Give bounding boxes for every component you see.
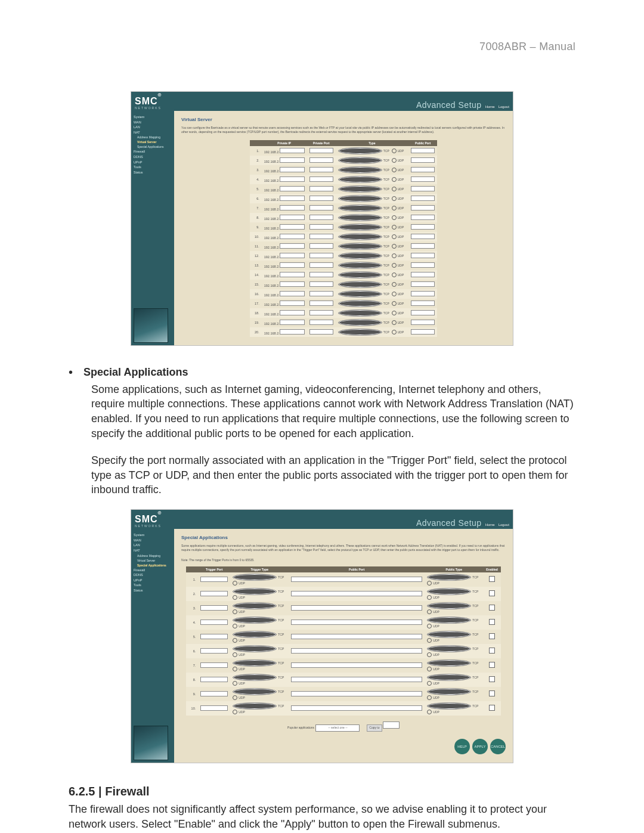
private-ip-input[interactable]: [280, 148, 305, 153]
sidebar-item[interactable]: Tools: [134, 165, 172, 169]
private-ip-input[interactable]: [280, 205, 305, 210]
sidebar-item[interactable]: Special Applications: [137, 145, 172, 148]
sidebar-item[interactable]: Special Applications: [137, 563, 172, 567]
radio-tcp[interactable]: [338, 271, 382, 278]
private-ip-input[interactable]: [280, 310, 305, 315]
copy-to-button[interactable]: Copy to: [367, 724, 382, 732]
sidebar-item[interactable]: System: [134, 115, 172, 119]
public-port-input[interactable]: [291, 605, 422, 611]
sidebar-item[interactable]: Tools: [134, 583, 172, 587]
private-port-input[interactable]: [309, 234, 333, 239]
private-ip-input[interactable]: [280, 320, 305, 325]
private-ip-input[interactable]: [280, 253, 305, 258]
public-port-input[interactable]: [291, 591, 422, 596]
sidebar-item[interactable]: NAT: [134, 131, 172, 135]
sidebar-item[interactable]: LAN: [134, 543, 172, 547]
private-port-input[interactable]: [309, 186, 333, 191]
private-ip-input[interactable]: [280, 215, 305, 220]
enabled-checkbox[interactable]: [489, 605, 495, 611]
radio-tcp[interactable]: [338, 176, 382, 183]
radio-tcp[interactable]: [427, 602, 471, 609]
radio-tcp[interactable]: [233, 631, 277, 638]
sidebar-item[interactable]: Address Mapping: [137, 135, 172, 139]
public-port-input[interactable]: [411, 148, 435, 153]
sidebar-item[interactable]: System: [134, 533, 172, 537]
radio-udp[interactable]: [233, 652, 237, 657]
public-port-input[interactable]: [411, 234, 435, 239]
radio-tcp[interactable]: [338, 214, 382, 221]
radio-tcp[interactable]: [427, 574, 471, 581]
public-port-input[interactable]: [411, 301, 435, 306]
public-port-input[interactable]: [411, 320, 435, 325]
private-port-input[interactable]: [309, 205, 333, 210]
radio-tcp[interactable]: [233, 674, 277, 681]
radio-tcp[interactable]: [233, 588, 277, 595]
public-port-input[interactable]: [291, 677, 422, 682]
trigger-port-input[interactable]: [200, 620, 228, 625]
radio-tcp[interactable]: [233, 645, 277, 652]
radio-udp[interactable]: [392, 215, 397, 220]
popular-select[interactable]: -- select one --: [315, 724, 360, 732]
private-ip-input[interactable]: [280, 243, 305, 249]
radio-udp[interactable]: [392, 234, 397, 239]
private-port-input[interactable]: [309, 253, 333, 258]
radio-tcp[interactable]: [427, 674, 471, 681]
private-ip-input[interactable]: [280, 186, 305, 191]
sidebar-item[interactable]: DDNS: [134, 155, 172, 159]
radio-udp[interactable]: [392, 330, 397, 335]
top-link-home[interactable]: Home: [485, 523, 495, 527]
public-port-input[interactable]: [411, 243, 435, 249]
sidebar-item[interactable]: LAN: [134, 125, 172, 129]
private-port-input[interactable]: [309, 176, 333, 182]
public-port-input[interactable]: [411, 167, 435, 172]
radio-udp[interactable]: [392, 253, 397, 258]
radio-tcp[interactable]: [338, 262, 382, 269]
radio-udp[interactable]: [392, 244, 397, 249]
top-link-logout[interactable]: Logout: [499, 105, 509, 109]
sidebar-item[interactable]: Virtual Server: [137, 140, 172, 144]
private-ip-input[interactable]: [280, 301, 305, 306]
private-port-input[interactable]: [309, 301, 333, 306]
radio-udp[interactable]: [392, 311, 397, 315]
trigger-port-input[interactable]: [200, 577, 228, 582]
radio-tcp[interactable]: [338, 319, 382, 326]
radio-udp[interactable]: [392, 225, 397, 230]
public-port-input[interactable]: [411, 291, 435, 296]
sidebar-item[interactable]: UPnP: [134, 578, 172, 583]
enabled-checkbox[interactable]: [489, 576, 495, 582]
public-port-input[interactable]: [411, 262, 435, 268]
private-port-input[interactable]: [309, 272, 333, 277]
public-port-input[interactable]: [411, 205, 435, 210]
radio-udp[interactable]: [392, 301, 397, 306]
private-port-input[interactable]: [309, 291, 333, 296]
private-port-input[interactable]: [309, 281, 333, 287]
enabled-checkbox[interactable]: [489, 648, 495, 654]
private-port-input[interactable]: [309, 329, 333, 335]
sidebar-item[interactable]: WAN: [134, 120, 172, 125]
radio-tcp[interactable]: [338, 243, 382, 250]
private-ip-input[interactable]: [280, 262, 305, 268]
private-port-input[interactable]: [309, 148, 333, 153]
private-ip-input[interactable]: [280, 281, 305, 287]
radio-tcp[interactable]: [427, 702, 471, 710]
radio-udp[interactable]: [233, 710, 237, 714]
public-port-input[interactable]: [411, 272, 435, 277]
radio-udp[interactable]: [392, 320, 397, 325]
public-port-input[interactable]: [291, 634, 422, 639]
private-port-input[interactable]: [309, 243, 333, 249]
radio-tcp[interactable]: [427, 659, 471, 667]
trigger-port-input[interactable]: [200, 691, 228, 696]
radio-udp[interactable]: [427, 710, 432, 714]
radio-udp[interactable]: [427, 681, 432, 686]
radio-udp[interactable]: [392, 272, 397, 277]
sidebar-item[interactable]: NAT: [134, 549, 172, 553]
radio-udp[interactable]: [427, 652, 432, 657]
sidebar-item[interactable]: Address Mapping: [137, 554, 172, 558]
radio-udp[interactable]: [392, 292, 397, 296]
public-port-input[interactable]: [291, 662, 422, 668]
radio-udp[interactable]: [427, 609, 432, 614]
radio-tcp[interactable]: [338, 290, 382, 298]
radio-tcp[interactable]: [338, 252, 382, 259]
private-ip-input[interactable]: [280, 234, 305, 239]
radio-udp[interactable]: [233, 609, 237, 614]
